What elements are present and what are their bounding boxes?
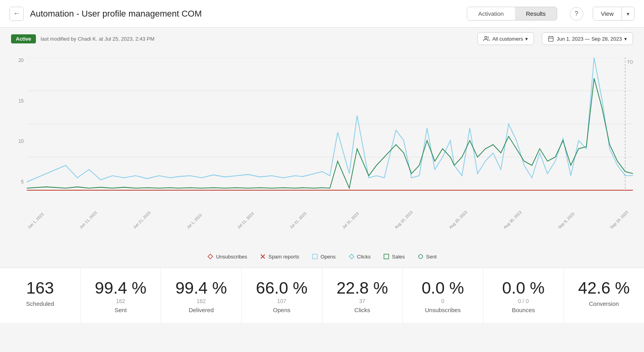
stat-delivered-main: 99.4 % <box>175 279 227 297</box>
tab-group: Activation Results <box>467 7 557 21</box>
stat-bounces-label: Bounces <box>512 307 535 313</box>
stat-scheduled-label: Scheduled <box>26 300 54 307</box>
audience-label: All customers <box>492 36 523 42</box>
stat-opens-sub: 107 <box>277 298 286 304</box>
legend-unsubscribes: Unsubscribes <box>207 253 247 260</box>
spam-reports-label: Spam reports <box>268 254 299 260</box>
audience-chevron-icon: ▾ <box>525 36 528 42</box>
stat-sent: 99.4 % 162 Sent <box>80 268 161 323</box>
stat-unsubscribes-main: 0.0 % <box>421 279 464 297</box>
stat-clicks: 22.8 % 37 Clicks <box>322 268 403 323</box>
y-label-5: 5 <box>11 179 27 185</box>
stat-opens-main: 66.0 % <box>256 279 308 297</box>
svg-text:TODAY: TODAY <box>627 59 633 64</box>
stat-scheduled: 163 Scheduled <box>0 268 80 323</box>
sent-label: Sent <box>426 254 437 260</box>
stat-conversion-main: 42.6 % <box>578 279 630 297</box>
y-label-20: 20 <box>11 58 27 63</box>
stat-clicks-label: Clicks <box>354 307 370 313</box>
y-label-10: 10 <box>11 139 27 144</box>
view-button[interactable]: View <box>593 7 622 20</box>
stat-clicks-sub: 37 <box>359 298 365 304</box>
stat-sent-sub: 162 <box>116 298 125 304</box>
stat-sent-main: 99.4 % <box>95 279 146 297</box>
opens-label: Opens <box>320 254 335 260</box>
sub-header-right: All customers ▾ Jun 1, 2023 — Sep 28, 20… <box>477 32 633 45</box>
sales-icon <box>383 253 389 260</box>
back-button[interactable]: ← <box>9 7 24 21</box>
sales-label: Sales <box>392 254 405 260</box>
stat-unsubscribes: 0.0 % 0 Unsubscribes <box>403 268 483 323</box>
svg-point-0 <box>485 36 487 38</box>
tab-results[interactable]: Results <box>515 7 557 20</box>
stat-sent-label: Sent <box>114 307 127 313</box>
help-button[interactable]: ? <box>570 7 583 21</box>
sent-icon <box>417 253 424 260</box>
calendar-icon <box>548 36 554 42</box>
stat-conversion-label: Conversion <box>589 300 619 307</box>
status-badge: Active <box>11 34 36 43</box>
svg-point-17 <box>419 255 423 258</box>
clicks-label: Clicks <box>357 254 371 260</box>
stat-clicks-main: 22.8 % <box>337 279 388 297</box>
svg-rect-1 <box>549 37 553 41</box>
stat-unsubscribes-label: Unsubscribes <box>425 307 461 313</box>
opens-icon <box>312 253 318 260</box>
date-range-label: Jun 1, 2023 — Sep 28, 2023 <box>556 36 622 42</box>
stat-delivered-sub: 162 <box>197 298 206 304</box>
view-dropdown-button[interactable]: ▾ <box>622 7 634 20</box>
clicks-icon <box>348 253 355 260</box>
stat-delivered: 99.4 % 162 Delivered <box>161 268 242 323</box>
stat-bounces: 0.0 % 0 / 0 Bounces <box>483 268 564 323</box>
tab-activation[interactable]: Activation <box>467 7 515 20</box>
spam-reports-icon <box>260 253 266 260</box>
stat-bounces-main: 0.0 % <box>502 279 545 297</box>
chart-wrapper: 20 15 10 5 TODA <box>11 58 633 247</box>
chart-svg: TODAY <box>27 58 633 223</box>
audience-filter-button[interactable]: All customers ▾ <box>477 32 534 45</box>
stat-opens-label: Opens <box>273 307 290 313</box>
stat-unsubscribes-sub: 0 <box>441 298 444 304</box>
svg-rect-16 <box>384 254 389 259</box>
unsubscribes-label: Unsubscribes <box>216 254 247 260</box>
sub-header: Active last modified by Chadi K. at Jul … <box>0 28 644 50</box>
header: ← Automation - User profile management C… <box>0 0 644 28</box>
legend-clicks: Clicks <box>348 253 371 260</box>
stat-conversion: 42.6 % Conversion <box>564 268 644 323</box>
stat-bounces-sub: 0 / 0 <box>518 298 529 304</box>
x-axis: Jun 1, 2023 Jun 11, 2023 Jun 21, 2023 Ju… <box>27 223 633 243</box>
stats-row: 163 Scheduled 99.4 % 162 Sent 99.4 % 162… <box>0 268 644 323</box>
stat-delivered-label: Delivered <box>189 307 213 313</box>
legend-sent: Sent <box>417 253 437 260</box>
date-chevron-icon: ▾ <box>624 36 627 42</box>
stat-opens: 66.0 % 107 Opens <box>242 268 322 323</box>
view-btn-group: View ▾ <box>593 7 635 21</box>
page-title: Automation - User profile management COM <box>30 9 461 19</box>
legend-opens: Opens <box>312 253 335 260</box>
stat-scheduled-main: 163 <box>26 279 54 297</box>
chart-legend: Unsubscribes Spam reports Opens Clicks S… <box>11 247 633 268</box>
y-label-15: 15 <box>11 98 27 104</box>
unsubscribes-icon <box>207 253 213 260</box>
people-icon <box>483 36 490 42</box>
y-axis: 20 15 10 5 <box>11 58 27 223</box>
legend-spam-reports: Spam reports <box>260 253 299 260</box>
chart-area: TODAY <box>27 58 633 223</box>
svg-rect-15 <box>313 254 317 259</box>
date-range-button[interactable]: Jun 1, 2023 — Sep 28, 2023 ▾ <box>542 32 633 45</box>
modified-text: last modified by Chadi K. at Jul 25, 202… <box>41 36 154 42</box>
legend-sales: Sales <box>383 253 405 260</box>
chart-container: 20 15 10 5 TODA <box>0 50 644 268</box>
